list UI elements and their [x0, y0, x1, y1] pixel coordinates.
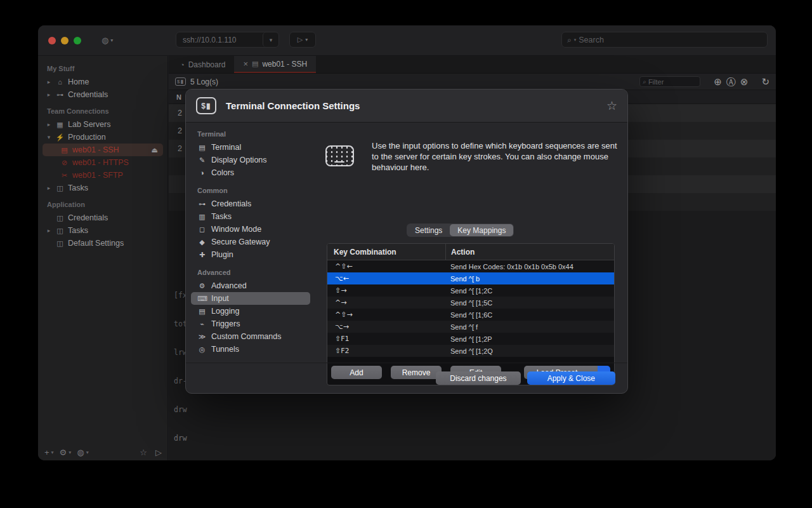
search-input[interactable]: [579, 36, 737, 44]
search-icon: [643, 78, 646, 86]
nav-item-plugin[interactable]: Plugin: [191, 248, 310, 261]
table-row[interactable]: ⇧F2Send ^[ [1;2Q: [327, 345, 614, 357]
dashboard-icon: [180, 61, 185, 69]
chevron-right-icon[interactable]: [46, 79, 52, 85]
nav-item-label: Display Options: [211, 156, 267, 164]
close-window-button[interactable]: [48, 37, 56, 44]
apply-and-close-button[interactable]: Apply & Close: [527, 371, 615, 385]
connect-play-button[interactable]: [289, 32, 316, 48]
chevron-down-icon[interactable]: [86, 450, 89, 455]
play-button[interactable]: [155, 448, 162, 457]
chevron-down-icon[interactable]: [46, 134, 52, 140]
nav-item-label: Custom Commands: [211, 332, 281, 341]
command-prompt-icon: [197, 333, 207, 341]
tab-dashboard[interactable]: Dashboard: [171, 56, 234, 73]
close-tab-icon[interactable]: [243, 59, 248, 69]
sidebar-item-label: Production: [68, 133, 106, 142]
tab-web01-ssh[interactable]: web01 - SSH: [234, 56, 316, 73]
table-row[interactable]: ^⇧←Send Hex Codes: 0x1b 0x1b 0x5b 0x44: [327, 260, 614, 272]
refresh-button[interactable]: [761, 77, 769, 86]
search-icon: [567, 36, 572, 44]
global-search[interactable]: [561, 32, 768, 48]
table-row[interactable]: ⇧F1Send ^[ [1;2P: [327, 333, 614, 345]
zoom-window-button[interactable]: [74, 37, 81, 44]
gear-icon: [197, 282, 207, 290]
table-row-selected[interactable]: ⌥←Send ^[ b: [327, 272, 614, 284]
zoom-in-button[interactable]: [714, 77, 722, 86]
font-size-button[interactable]: [726, 77, 736, 86]
table-row[interactable]: ^→Send ^[ [1;5C: [327, 297, 614, 309]
terminal-icon: [60, 146, 69, 154]
table-row[interactable]: ⌥→Send ^[ f: [327, 321, 614, 333]
nav-item-logging[interactable]: Logging: [191, 305, 310, 318]
action-cell: Send ^[ [1;6C: [445, 311, 614, 319]
address-dropdown[interactable]: ssh://10.0.1.110: [176, 32, 279, 48]
nav-item-credentials[interactable]: Credentials: [191, 197, 310, 210]
table-row[interactable]: ^⇧→Send ^[ [1;6C: [327, 309, 614, 321]
sidebar-item-lab-servers[interactable]: Lab Servers: [38, 118, 167, 131]
nav-item-secure-gateway[interactable]: Secure Gateway: [191, 236, 310, 248]
globe-icon: [60, 159, 69, 167]
logs-count-label: 5 Log(s): [190, 77, 218, 86]
sidebar-item-web01-sftp[interactable]: web01 - SFTP: [38, 169, 167, 182]
gear-button[interactable]: [60, 448, 67, 457]
nav-item-display-options[interactable]: Display Options: [191, 154, 310, 166]
nav-section-advanced: Advanced: [191, 261, 310, 279]
sidebar-item-web01-ssh[interactable]: web01 - SSH: [43, 144, 163, 156]
pencil-icon: [197, 156, 207, 164]
clear-button[interactable]: [740, 77, 749, 86]
nav-item-triggers[interactable]: Triggers: [191, 318, 310, 330]
minimize-window-button[interactable]: [61, 37, 69, 44]
dialog-title: Terminal Connection Settings: [226, 100, 360, 111]
chevron-right-icon[interactable]: [46, 121, 52, 128]
eject-icon[interactable]: [152, 146, 158, 154]
chevron-right-icon[interactable]: [46, 91, 52, 98]
sidebar-item-home[interactable]: Home: [38, 76, 167, 88]
tunnel-icon: [197, 345, 207, 354]
add-button[interactable]: [44, 448, 49, 457]
server-icon: [55, 121, 65, 129]
tab-key-mappings[interactable]: Key Mappings: [450, 224, 513, 236]
sidebar-item-app-credentials[interactable]: Credentials: [38, 211, 167, 224]
chevron-right-icon[interactable]: [46, 185, 52, 191]
column-header-label: N: [176, 93, 181, 101]
nav-item-input[interactable]: Input: [191, 292, 310, 305]
address-dropdown-chevron[interactable]: [263, 32, 278, 47]
nav-item-window-mode[interactable]: Window Mode: [191, 223, 310, 236]
table-row[interactable]: ⇧→Send ^[ [1;2C: [327, 284, 614, 297]
nav-item-custom-commands[interactable]: Custom Commands: [191, 330, 310, 343]
window-icon: [197, 225, 207, 234]
sidebar-item-default-settings[interactable]: Default Settings: [38, 237, 167, 250]
favorite-star-button[interactable]: [140, 448, 147, 457]
key-combination-cell: ⇧→: [327, 286, 445, 295]
sidebar-item-production[interactable]: Production: [38, 131, 167, 144]
key-combination-cell: ^⇧←: [327, 262, 445, 271]
sidebar-section-team-connections: Team Connections: [38, 101, 167, 118]
column-key-combination[interactable]: Key Combination: [327, 248, 445, 257]
favorite-star-icon[interactable]: [606, 98, 617, 113]
nav-item-label: Terminal: [211, 143, 241, 152]
filter-input[interactable]: [648, 78, 693, 86]
sidebar-item-label: web01 - SFTP: [72, 171, 123, 180]
nav-item-terminal[interactable]: Terminal: [191, 141, 310, 154]
sidebar-item-credentials[interactable]: Credentials: [38, 88, 167, 101]
discard-changes-button[interactable]: Discard changes: [436, 371, 520, 385]
nav-item-tunnels[interactable]: Tunnels: [191, 343, 310, 356]
chevron-right-icon[interactable]: [46, 227, 52, 234]
chevron-down-icon[interactable]: [51, 450, 54, 455]
sidebar-item-label: web01 - HTTPS: [72, 158, 129, 167]
nav-item-advanced[interactable]: Advanced: [191, 279, 310, 292]
sidebar-item-app-tasks[interactable]: Tasks: [38, 224, 167, 237]
nav-item-tasks[interactable]: Tasks: [191, 210, 310, 223]
column-action[interactable]: Action: [445, 244, 614, 260]
tab-settings[interactable]: Settings: [407, 224, 450, 236]
nav-item-colors[interactable]: Colors: [191, 166, 310, 179]
chevron-down-icon[interactable]: [69, 450, 71, 455]
sidebar-item-label: Default Settings: [68, 239, 124, 248]
chevron-down-icon: [270, 37, 273, 43]
options-button[interactable]: [77, 448, 84, 457]
filter-field[interactable]: [639, 76, 700, 87]
sidebar-item-web01-https[interactable]: web01 - HTTPS: [38, 156, 167, 169]
sidebar-item-tasks[interactable]: Tasks: [38, 182, 167, 194]
connection-status-button[interactable]: [102, 36, 113, 45]
